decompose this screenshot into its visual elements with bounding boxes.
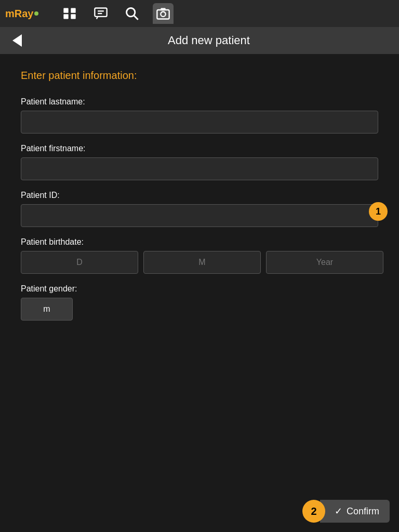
lastname-group: Patient lastname: xyxy=(21,97,378,134)
step-1-badge: 1 xyxy=(369,202,388,221)
id-label: Patient ID: xyxy=(21,191,378,200)
svg-rect-3 xyxy=(71,14,76,19)
app-title: mRay xyxy=(5,8,38,20)
confirm-area: 2 ✓ Confirm xyxy=(302,500,390,523)
main-content: Enter patient information: Patient lastn… xyxy=(0,54,399,347)
firstname-group: Patient firstname: xyxy=(21,144,378,180)
camera-icon xyxy=(156,6,170,21)
birthdate-day-input[interactable] xyxy=(21,251,138,274)
gender-button[interactable]: m xyxy=(21,298,73,321)
birthdate-label: Patient birthdate: xyxy=(21,237,378,247)
birthdate-row xyxy=(21,251,378,274)
svg-rect-1 xyxy=(71,8,76,13)
messages-icon xyxy=(94,6,108,21)
lastname-input[interactable] xyxy=(21,111,378,134)
gallery-nav-icon[interactable] xyxy=(59,3,80,24)
nav-bar: mRay xyxy=(0,0,399,27)
firstname-input[interactable] xyxy=(21,157,378,180)
birthdate-year-input[interactable] xyxy=(266,251,383,274)
gender-group: Patient gender: m xyxy=(21,284,378,321)
id-group: Patient ID: 1 xyxy=(21,191,378,227)
messages-nav-icon[interactable] xyxy=(90,3,111,24)
svg-point-11 xyxy=(161,12,166,17)
gender-value: m xyxy=(43,304,50,314)
svg-rect-2 xyxy=(64,14,69,19)
svg-rect-4 xyxy=(95,8,107,17)
confirm-label: Confirm xyxy=(347,506,379,517)
back-arrow-icon xyxy=(12,34,22,47)
section-title: Enter patient information: xyxy=(21,70,378,82)
birthdate-month-input[interactable] xyxy=(143,251,261,274)
firstname-label: Patient firstname: xyxy=(21,144,378,153)
app-title-text: mRay xyxy=(5,8,33,20)
back-button[interactable] xyxy=(8,31,26,50)
search-icon xyxy=(125,6,139,21)
confirm-button[interactable]: ✓ Confirm xyxy=(320,500,390,523)
camera-nav-icon[interactable] xyxy=(153,3,174,24)
birthdate-group: Patient birthdate: xyxy=(21,237,378,274)
svg-rect-12 xyxy=(161,8,166,11)
id-input[interactable] xyxy=(21,204,378,227)
gender-label: Patient gender: xyxy=(21,284,378,294)
step-2-badge: 2 xyxy=(302,500,325,523)
page-title: Add new patient xyxy=(26,34,391,47)
svg-line-9 xyxy=(134,16,138,20)
gallery-icon xyxy=(62,6,77,21)
search-nav-icon[interactable] xyxy=(122,3,142,24)
checkmark-icon: ✓ xyxy=(335,506,342,517)
header-bar: Add new patient xyxy=(0,27,399,54)
app-dot xyxy=(34,11,38,16)
lastname-label: Patient lastname: xyxy=(21,97,378,107)
svg-rect-0 xyxy=(64,8,69,13)
svg-point-8 xyxy=(127,8,135,17)
